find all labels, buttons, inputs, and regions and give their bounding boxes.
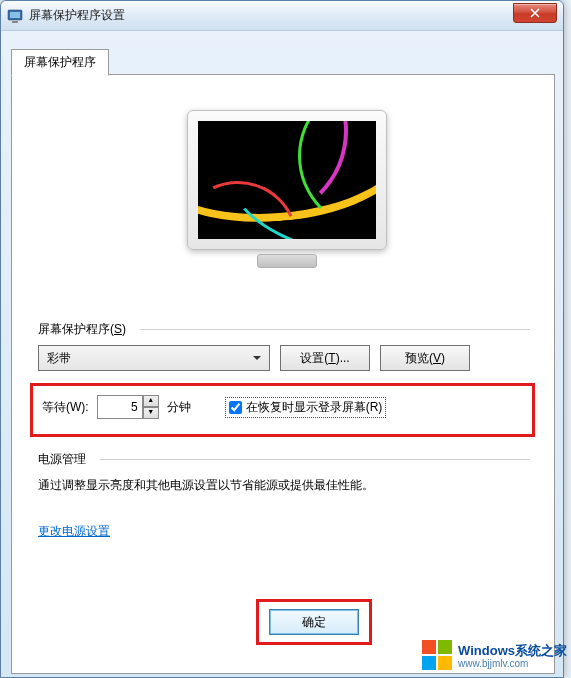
screensaver-select[interactable]: 彩带: [38, 345, 270, 371]
wait-unit: 分钟: [167, 399, 191, 416]
power-group-label: 电源管理: [38, 451, 86, 468]
power-description: 通过调整显示亮度和其他电源设置以节省能源或提供最佳性能。: [38, 477, 528, 494]
settings-button[interactable]: 设置(T)...: [280, 345, 370, 371]
wait-label: 等待(W):: [42, 399, 89, 416]
screensaver-controls-row: 彩带 设置(T)... 预览(V): [38, 345, 532, 375]
resume-checkbox[interactable]: [229, 401, 242, 414]
screensaver-select-value: 彩带: [47, 350, 71, 367]
watermark-text: Windows系统之家 www.bjjmlv.com: [458, 642, 567, 669]
screensaver-group-label: 屏幕保护程序(S): [38, 321, 126, 338]
tab-panel: 屏幕保护程序(S) 彩带 设置(T)... 预览(V) 等待(W): ▲: [11, 74, 555, 674]
screensaver-icon: [7, 8, 23, 24]
dialog-window: 屏幕保护程序设置 屏幕保护程序 屏幕保护程序(S): [0, 0, 564, 678]
close-button[interactable]: [513, 3, 557, 23]
ok-button[interactable]: 确定: [269, 609, 359, 635]
svg-rect-1: [10, 12, 20, 18]
wait-spinner: ▲ ▼: [97, 395, 159, 419]
watermark: Windows系统之家 www.bjjmlv.com: [422, 640, 567, 670]
screensaver-preview-screen: [198, 121, 376, 239]
svg-rect-2: [12, 21, 18, 23]
wait-input[interactable]: [97, 395, 143, 419]
tab-strip: 屏幕保护程序: [11, 49, 109, 75]
monitor-stand: [257, 254, 317, 268]
monitor-preview: [187, 110, 387, 280]
titlebar: 屏幕保护程序设置: [1, 1, 563, 31]
change-power-settings-link[interactable]: 更改电源设置: [38, 523, 110, 540]
window-title: 屏幕保护程序设置: [29, 7, 125, 24]
preview-button[interactable]: 预览(V): [380, 345, 470, 371]
windows-logo-icon: [422, 640, 452, 670]
resume-checkbox-wrap[interactable]: 在恢复时显示登录屏幕(R): [225, 397, 387, 418]
separator: [140, 329, 530, 330]
wait-spin-down[interactable]: ▼: [143, 407, 159, 419]
wait-row: 等待(W): ▲ ▼ 分钟 在恢复时显示登录屏幕(R): [42, 395, 386, 419]
separator: [100, 459, 530, 460]
monitor-bezel: [187, 110, 387, 250]
wait-spin-up[interactable]: ▲: [143, 395, 159, 407]
tab-screensaver[interactable]: 屏幕保护程序: [11, 49, 109, 76]
resume-checkbox-label: 在恢复时显示登录屏幕(R): [246, 399, 383, 416]
